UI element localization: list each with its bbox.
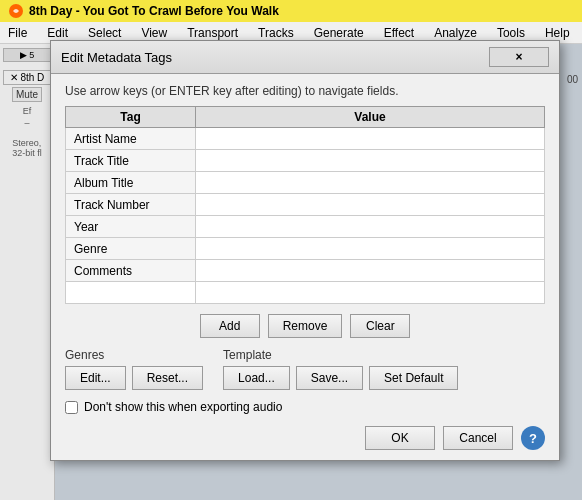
- menu-help[interactable]: Help: [541, 24, 574, 42]
- genres-reset-button[interactable]: Reset...: [132, 366, 203, 390]
- metadata-table: Tag Value Artist NameTrack TitleAlbum Ti…: [65, 106, 545, 304]
- template-load-button[interactable]: Load...: [223, 366, 290, 390]
- track-label-x: ✕ 8th D: [3, 70, 51, 85]
- remove-button[interactable]: Remove: [268, 314, 343, 338]
- table-tag-cell-4[interactable]: Year: [66, 216, 196, 238]
- menu-transport[interactable]: Transport: [183, 24, 242, 42]
- menu-tracks[interactable]: Tracks: [254, 24, 298, 42]
- table-tag-cell-5[interactable]: Genre: [66, 238, 196, 260]
- table-tag-cell-1[interactable]: Track Title: [66, 150, 196, 172]
- volume-control: ▶ 5: [3, 48, 51, 62]
- menu-edit[interactable]: Edit: [43, 24, 72, 42]
- col-header-tag: Tag: [66, 107, 196, 128]
- app-title: 8th Day - You Got To Crawl Before You Wa…: [29, 4, 279, 18]
- effects-label: Ef: [23, 106, 32, 116]
- table-value-cell-7[interactable]: [196, 282, 545, 304]
- checkbox-row: Don't show this when exporting audio: [65, 400, 545, 414]
- dialog-hint: Use arrow keys (or ENTER key after editi…: [65, 84, 545, 98]
- menu-analyze[interactable]: Analyze: [430, 24, 481, 42]
- clear-button[interactable]: Clear: [350, 314, 410, 338]
- genres-edit-button[interactable]: Edit...: [65, 366, 126, 390]
- genres-section: Genres Edit... Reset...: [65, 348, 203, 390]
- table-value-cell-5[interactable]: [196, 238, 545, 260]
- dont-show-checkbox[interactable]: [65, 401, 78, 414]
- table-value-cell-6[interactable]: [196, 260, 545, 282]
- mute-button[interactable]: Mute: [12, 87, 42, 102]
- template-buttons: Load... Save... Set Default: [223, 366, 458, 390]
- genres-label: Genres: [65, 348, 203, 362]
- edit-metadata-dialog: Edit Metadata Tags × Use arrow keys (or …: [50, 40, 560, 461]
- menu-effect[interactable]: Effect: [380, 24, 418, 42]
- help-button[interactable]: ?: [521, 426, 545, 450]
- bottom-button-row: OK Cancel ?: [65, 426, 545, 450]
- table-value-cell-2[interactable]: [196, 172, 545, 194]
- format-label: Stereo,32-bit fl: [12, 138, 42, 158]
- dialog-body: Use arrow keys (or ENTER key after editi…: [51, 74, 559, 460]
- dialog-title: Edit Metadata Tags: [61, 50, 172, 65]
- cancel-button[interactable]: Cancel: [443, 426, 513, 450]
- table-tag-cell-2[interactable]: Album Title: [66, 172, 196, 194]
- menu-file[interactable]: File: [4, 24, 31, 42]
- table-tag-cell-0[interactable]: Artist Name: [66, 128, 196, 150]
- template-set-default-button[interactable]: Set Default: [369, 366, 458, 390]
- dialog-title-bar: Edit Metadata Tags ×: [51, 41, 559, 74]
- table-value-cell-0[interactable]: [196, 128, 545, 150]
- menu-view[interactable]: View: [137, 24, 171, 42]
- table-tag-cell-3[interactable]: Track Number: [66, 194, 196, 216]
- left-panel: ▶ 5 ✕ 8th D Mute Ef – Stereo,32-bit fl: [0, 44, 55, 500]
- table-value-cell-3[interactable]: [196, 194, 545, 216]
- pan-label: –: [24, 118, 29, 128]
- app-icon: [8, 3, 24, 19]
- menu-tools[interactable]: Tools: [493, 24, 529, 42]
- menu-generate[interactable]: Generate: [310, 24, 368, 42]
- template-label: Template: [223, 348, 458, 362]
- app-title-bar: 8th Day - You Got To Crawl Before You Wa…: [0, 0, 582, 22]
- template-save-button[interactable]: Save...: [296, 366, 363, 390]
- menu-select[interactable]: Select: [84, 24, 125, 42]
- genres-buttons: Edit... Reset...: [65, 366, 203, 390]
- table-value-cell-1[interactable]: [196, 150, 545, 172]
- table-value-cell-4[interactable]: [196, 216, 545, 238]
- dont-show-label: Don't show this when exporting audio: [84, 400, 282, 414]
- dialog-close-button[interactable]: ×: [489, 47, 549, 67]
- main-button-row: Add Remove Clear: [65, 314, 545, 338]
- add-button[interactable]: Add: [200, 314, 260, 338]
- template-section: Template Load... Save... Set Default: [223, 348, 458, 390]
- time-indicator: 00: [567, 74, 578, 85]
- ok-button[interactable]: OK: [365, 426, 435, 450]
- sections-row: Genres Edit... Reset... Template Load...…: [65, 348, 545, 390]
- table-tag-cell-6[interactable]: Comments: [66, 260, 196, 282]
- col-header-value: Value: [196, 107, 545, 128]
- table-tag-cell-7[interactable]: [66, 282, 196, 304]
